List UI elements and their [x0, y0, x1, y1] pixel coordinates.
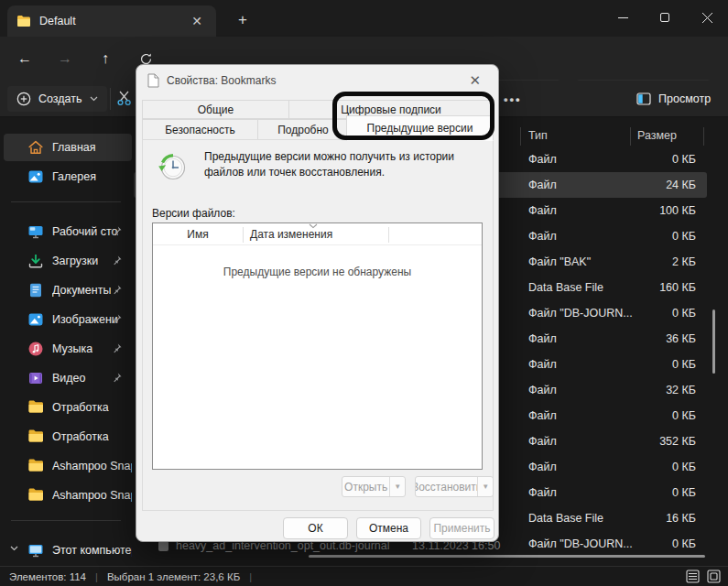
pin-icon: [111, 225, 123, 237]
tab-previous-versions-active[interactable]: Предыдущие версии: [346, 115, 494, 141]
column-divider[interactable]: [243, 227, 244, 243]
sidebar-item-pictures[interactable]: Изображения: [4, 306, 132, 333]
restore-dropdown-arrow-icon[interactable]: ▼: [477, 477, 493, 496]
sidebar-item-folder[interactable]: Ashampoo Snap: [4, 452, 132, 480]
new-tab-button[interactable]: +: [231, 9, 255, 31]
status-divider: |: [249, 571, 252, 582]
sidebar-separator: [11, 520, 121, 521]
apply-button[interactable]: Применить: [429, 517, 494, 539]
horizontal-scrollbar[interactable]: [309, 555, 705, 558]
large-icons-view-icon[interactable]: [707, 570, 721, 583]
tab-details[interactable]: Подробно: [257, 119, 349, 140]
file-size: 0 КБ: [672, 486, 696, 499]
sidebar-item-desktop[interactable]: Рабочий стол: [4, 218, 132, 245]
restore-button[interactable]: Восстановить: [416, 477, 477, 496]
file-size: 36 КБ: [666, 332, 696, 345]
sidebar-item-documents[interactable]: Документы: [4, 277, 132, 304]
sidebar-item-downloads[interactable]: Загрузки: [4, 247, 132, 275]
pin-icon: [111, 372, 123, 384]
close-button[interactable]: [686, 0, 728, 35]
sidebar-item-label: Видео: [52, 372, 86, 385]
chevron-down-icon[interactable]: [10, 546, 18, 551]
tab-close-icon[interactable]: ✕: [187, 14, 207, 28]
cancel-button[interactable]: Отмена: [356, 517, 421, 539]
column-divider[interactable]: [388, 227, 389, 243]
explorer-tab-default[interactable]: Default ✕: [7, 5, 216, 37]
forward-button[interactable]: →: [49, 46, 81, 71]
sidebar-item-folder[interactable]: Ashampoo Snap: [4, 482, 132, 509]
file-size: 32 КБ: [666, 384, 696, 396]
cut-icon[interactable]: [116, 90, 133, 106]
sidebar-item-label: Загрузки: [52, 255, 98, 267]
file-history-clock-icon: [153, 149, 190, 186]
file-type: Файл "DB-JOURN...: [528, 307, 633, 320]
ok-button[interactable]: ОК: [283, 517, 348, 539]
file-type: Файл: [528, 204, 557, 217]
sidebar-item-home[interactable]: Главная: [4, 134, 132, 161]
file-type: Файл: [528, 179, 557, 191]
maximize-button[interactable]: [644, 0, 686, 35]
file-icon: [158, 541, 168, 551]
details-view-icon[interactable]: [686, 570, 700, 583]
items-count: Элементов: 114: [9, 571, 86, 582]
downloads-icon: [27, 253, 44, 269]
column-header-date[interactable]: Дата изменения: [250, 228, 332, 241]
minimize-button[interactable]: [602, 0, 644, 35]
column-header-name[interactable]: Имя: [153, 228, 243, 241]
home-icon: [27, 139, 44, 156]
tab-general[interactable]: Общие: [142, 100, 288, 119]
sidebar-item-label: Отработка: [52, 401, 109, 414]
column-divider[interactable]: [520, 127, 521, 146]
file-type: Файл: [528, 435, 557, 448]
tab-title: Default: [39, 15, 187, 27]
selection-info: Выбран 1 элемент: 23,6 КБ: [107, 571, 240, 582]
sidebar-item-this-pc[interactable]: Этот компьютер: [4, 537, 132, 564]
gallery-icon: [27, 168, 44, 185]
restore-split-button[interactable]: Восстановить ▼: [415, 476, 494, 497]
column-header-size[interactable]: Размер: [557, 129, 701, 142]
create-label: Создать: [38, 92, 82, 105]
sidebar-item-label: Галерея: [52, 170, 96, 183]
versions-listbox[interactable]: Имя Дата изменения Предыдущие версии не …: [152, 222, 483, 470]
file-size: 0 КБ: [672, 153, 696, 166]
view-icon: [636, 92, 651, 105]
window-controls: [602, 0, 728, 35]
file-type: Файл: [528, 153, 557, 166]
open-split-button[interactable]: Открыть ▼: [342, 476, 406, 497]
open-dropdown-arrow-icon[interactable]: ▼: [389, 477, 405, 496]
file-type: Файл: [528, 332, 557, 345]
sidebar-item-folder[interactable]: Отработка: [4, 394, 132, 421]
more-options-button[interactable]: •••: [504, 86, 522, 112]
sidebar-item-music[interactable]: Музыка: [4, 335, 132, 363]
file-type: Data Base File: [528, 281, 603, 294]
view-label: Просмотр: [658, 92, 711, 105]
sidebar-item-label: Главная: [52, 141, 96, 154]
music-icon: [27, 341, 44, 357]
vertical-scrollbar[interactable]: [712, 309, 715, 374]
sidebar-item-label: Ashampoo Snap: [52, 460, 132, 472]
sidebar-item-label: Ashampoo Snap: [52, 489, 132, 502]
up-button[interactable]: ↑: [90, 46, 121, 71]
pin-icon: [111, 284, 123, 296]
file-size: 0 КБ: [672, 537, 696, 550]
explorer-window: Default ✕ + ← → ↑ › ···: [0, 0, 728, 586]
file-size: 160 КБ: [659, 281, 696, 294]
column-header-type[interactable]: Тип: [528, 129, 548, 142]
open-button[interactable]: Открыть: [342, 477, 389, 496]
back-button[interactable]: ←: [9, 46, 40, 71]
view-button[interactable]: Просмотр: [629, 86, 718, 112]
sidebar-item-label: Рабочий стол: [52, 225, 118, 238]
column-divider[interactable]: [703, 127, 704, 146]
sidebar-item-folder[interactable]: Отработка: [4, 423, 132, 450]
sidebar-item-gallery[interactable]: Галерея: [4, 163, 132, 190]
computer-icon: [27, 542, 44, 559]
tab-security[interactable]: Безопасность: [142, 119, 257, 140]
dialog-titlebar: Свойства: Bookmarks: [147, 73, 276, 88]
dialog-close-button[interactable]: ✕: [463, 71, 486, 91]
versions-list-header: Имя Дата изменения: [153, 223, 482, 245]
file-size: 0 КБ: [672, 358, 696, 371]
create-new-button[interactable]: Создать: [7, 86, 107, 112]
sidebar-item-videos[interactable]: Видео: [4, 364, 132, 392]
folder-icon: [27, 429, 44, 445]
toolbar-divider: [110, 88, 111, 110]
